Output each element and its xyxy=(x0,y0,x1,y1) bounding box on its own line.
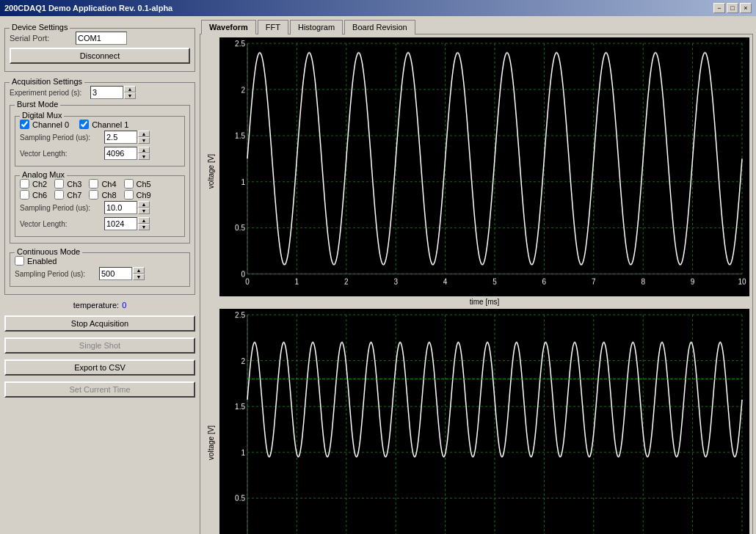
digital-sampling-input[interactable] xyxy=(104,131,137,144)
window-title: 200CDAQ1 Demo Application Rev. 0.1-alpha xyxy=(4,4,172,12)
spin-up-icon[interactable]: ▲ xyxy=(138,201,150,208)
analog-vector-row: Vector Length: ▲ ▼ xyxy=(20,217,180,230)
ch6-checkbox[interactable] xyxy=(20,190,29,200)
serial-port-row: Serial Port: xyxy=(10,32,190,45)
experiment-period-spinner[interactable]: ▲ ▼ xyxy=(124,86,136,99)
close-button[interactable]: × xyxy=(740,3,752,13)
single-shot-button[interactable]: Single Shot xyxy=(4,337,195,354)
set-current-time-button[interactable]: Set Current Time xyxy=(4,381,195,398)
digital-sampling-spinner[interactable]: ▲ ▼ xyxy=(138,131,150,144)
digital-ch0-row: Channel 0 Channel 1 xyxy=(20,120,180,129)
digital-mux-group: Digital Mux Channel 0 Channel 1 Sampling… xyxy=(15,116,185,167)
chart2-ylabel: voltage [V] xyxy=(208,425,216,460)
digital-sampling-label: Sampling Period (us): xyxy=(20,134,104,142)
ch7-checkbox[interactable] xyxy=(54,190,64,200)
digital-vector-row: Vector Length: ▲ ▼ xyxy=(20,147,180,160)
spin-up-icon[interactable]: ▲ xyxy=(138,131,150,137)
ch6-label: Ch6 xyxy=(32,191,47,200)
temperature-value: 0 xyxy=(122,301,126,310)
continuous-sampling-input[interactable] xyxy=(99,267,132,280)
analog-vector-spinner[interactable]: ▲ ▼ xyxy=(138,217,150,230)
disconnect-button[interactable]: Disconnect xyxy=(10,48,190,64)
spin-up-icon[interactable]: ▲ xyxy=(138,217,150,224)
ch9-checkbox[interactable] xyxy=(124,190,134,200)
chart1-ylabel-container: voltage [V] xyxy=(203,37,219,306)
ch4-checkbox[interactable] xyxy=(89,179,98,189)
ch3-checkbox[interactable] xyxy=(54,179,64,189)
ch9-label: Ch9 xyxy=(137,191,151,200)
temperature-row: temperature: 0 xyxy=(4,298,195,312)
channel1-label: Channel 1 xyxy=(92,120,128,129)
analog-ch-row2: Ch6 Ch7 Ch8 Ch9 xyxy=(20,190,180,200)
ch7-label: Ch7 xyxy=(67,191,81,200)
maximize-button[interactable]: □ xyxy=(727,3,738,13)
export-csv-button[interactable]: Export to CSV xyxy=(4,359,195,376)
analog-sampling-spinner[interactable]: ▲ ▼ xyxy=(138,201,150,214)
continuous-enabled-label: Enabled xyxy=(27,257,57,266)
tab-content-waveform: voltage [V] time [ms] voltage [V] time [… xyxy=(200,34,753,534)
channel0-checkbox[interactable] xyxy=(20,120,29,129)
ch8-checkbox[interactable] xyxy=(89,190,98,200)
burst-mode-label: Burst Mode xyxy=(15,100,60,109)
spin-down-icon[interactable]: ▼ xyxy=(124,92,136,99)
acquisition-settings-group: Acquisition Settings Experiment period (… xyxy=(4,82,195,295)
tab-board-revision[interactable]: Board Revision xyxy=(344,20,415,34)
device-settings-group: Device Settings Serial Port: Disconnect xyxy=(4,28,195,72)
chart2-canvas xyxy=(219,309,749,535)
left-panel: Device Settings Serial Port: Disconnect … xyxy=(0,16,200,534)
spin-down-icon[interactable]: ▼ xyxy=(138,208,150,214)
continuous-mode-label: Continuous Mode xyxy=(15,247,82,256)
window-controls: − □ × xyxy=(713,3,752,13)
stop-acquisition-button[interactable]: Stop Acquisition xyxy=(4,315,195,332)
ch2-checkbox[interactable] xyxy=(20,179,29,189)
continuous-sampling-label: Sampling Period (us): xyxy=(15,270,99,278)
continuous-enabled-row: Enabled xyxy=(15,256,185,266)
minimize-button[interactable]: − xyxy=(713,3,725,13)
spin-down-icon[interactable]: ▼ xyxy=(138,137,150,144)
analog-mux-label: Analog Mux xyxy=(20,170,67,179)
spin-up-icon[interactable]: ▲ xyxy=(133,267,145,274)
ch3-label: Ch3 xyxy=(67,180,81,189)
ch4-label: Ch4 xyxy=(101,180,116,189)
ch5-label: Ch5 xyxy=(137,180,151,189)
digital-vector-input[interactable] xyxy=(104,147,137,160)
continuous-mode-group: Continuous Mode Enabled Sampling Period … xyxy=(10,252,190,287)
burst-mode-group: Burst Mode Digital Mux Channel 0 Channel… xyxy=(10,105,190,244)
digital-vector-label: Vector Length: xyxy=(20,150,104,158)
main-content: Device Settings Serial Port: Disconnect … xyxy=(0,16,756,534)
spin-up-icon[interactable]: ▲ xyxy=(138,147,150,153)
ch8-label: Ch8 xyxy=(101,191,116,200)
ch5-checkbox[interactable] xyxy=(124,179,134,189)
chart1-area: time [ms] xyxy=(219,37,749,306)
chart2-area: time [ms] xyxy=(219,309,749,535)
spin-down-icon[interactable]: ▼ xyxy=(133,274,145,280)
tab-fft[interactable]: FFT xyxy=(258,20,288,34)
tab-histogram[interactable]: Histogram xyxy=(290,20,343,34)
experiment-period-input[interactable] xyxy=(90,86,123,99)
channel0-label: Channel 0 xyxy=(32,120,69,129)
continuous-sampling-row: Sampling Period (us): ▲ ▼ xyxy=(15,267,185,280)
analog-vector-label: Vector Length: xyxy=(20,220,104,228)
spin-down-icon[interactable]: ▼ xyxy=(138,153,150,160)
tab-waveform[interactable]: Waveform xyxy=(201,20,256,34)
analog-ch-row1: Ch2 Ch3 Ch4 Ch5 xyxy=(20,179,180,189)
analog-vector-input[interactable] xyxy=(104,217,137,230)
continuous-enabled-checkbox[interactable] xyxy=(15,256,24,266)
analog-sampling-input[interactable] xyxy=(104,201,137,214)
chart1-ylabel: voltage [V] xyxy=(208,154,216,189)
chart2-ylabel-container: voltage [V] xyxy=(203,309,219,535)
title-bar: 200CDAQ1 Demo Application Rev. 0.1-alpha… xyxy=(0,0,756,16)
chart1-wrapper: voltage [V] time [ms] xyxy=(203,37,749,306)
analog-mux-group: Analog Mux Ch2 Ch3 Ch4 Ch5 Ch6 xyxy=(15,175,185,237)
device-settings-label: Device Settings xyxy=(10,23,70,32)
continuous-sampling-spinner[interactable]: ▲ ▼ xyxy=(133,267,145,280)
chart1-xlabel: time [ms] xyxy=(219,296,749,306)
channel1-checkbox[interactable] xyxy=(79,120,89,129)
spin-up-icon[interactable]: ▲ xyxy=(124,86,136,92)
serial-port-label: Serial Port: xyxy=(10,34,76,43)
spin-down-icon[interactable]: ▼ xyxy=(138,224,150,230)
experiment-period-row: Experiment period (s): ▲ ▼ xyxy=(10,86,190,99)
digital-vector-spinner[interactable]: ▲ ▼ xyxy=(138,147,150,160)
serial-port-input[interactable] xyxy=(76,32,127,45)
chart1-canvas xyxy=(219,37,749,296)
